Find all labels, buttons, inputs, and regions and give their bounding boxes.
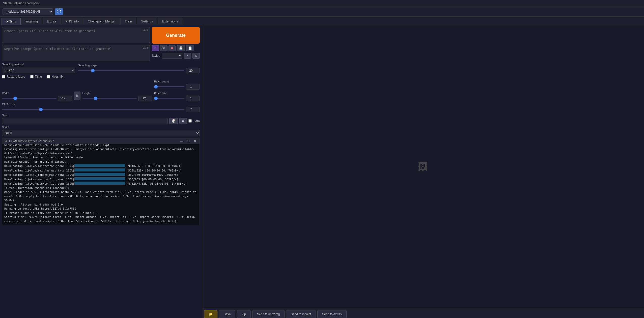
batch-count-input[interactable]: 1	[186, 84, 200, 90]
send-to-extras-button[interactable]: Send to extras	[317, 310, 346, 318]
tab-img2img[interactable]: img2img	[21, 18, 42, 25]
restore-faces-checkbox[interactable]: Restore faces	[2, 75, 25, 78]
model-select[interactable]: model.ckpt [e1441589a6]	[3, 8, 53, 15]
dimensions-batch-row: Width 512 ⇅ Height 512 Batch count	[2, 80, 200, 101]
width-row: 512	[2, 96, 72, 101]
sampling-method-label: Sampling method	[2, 63, 75, 66]
red-x-button[interactable]: ✖	[169, 45, 176, 51]
batch-size-field: Batch size 1	[154, 92, 200, 101]
generate-column: Generate ✓ 🗑 ✖ 💾 📄 Styles × ⚙	[152, 27, 200, 59]
send-to-img2img-button[interactable]: Send to img2img	[252, 310, 285, 318]
send-to-inpaint-button[interactable]: Send to inpaint	[286, 310, 316, 318]
tab-extras[interactable]: Extras	[43, 18, 61, 25]
content-area: 0/75 0/75 Generate ✓ 🗑 ✖ 💾 📄	[0, 25, 644, 318]
height-slider[interactable]	[82, 98, 137, 99]
zip-button[interactable]: Zip	[237, 310, 251, 318]
width-group: Width 512	[2, 92, 72, 101]
script-select[interactable]: None	[2, 130, 200, 136]
sampling-row: Sampling method Euler a Euler LMS Heun D…	[2, 63, 200, 73]
positive-prompt-counter: 0/75	[143, 28, 148, 31]
trash-button[interactable]: 🗑	[160, 45, 167, 51]
sampling-steps-input[interactable]: 20	[186, 68, 200, 73]
terminal-title: C:\Windows\system32\cmd.exe	[9, 139, 92, 143]
prompts-column: 0/75 0/75	[2, 27, 150, 61]
sampling-steps-group: Sampling steps 20	[78, 64, 200, 73]
batch-count-slider[interactable]	[154, 86, 184, 87]
cfg-group: CFG Scale 7	[2, 103, 200, 112]
cfg-input[interactable]: 7	[186, 107, 200, 112]
cfg-label: CFG Scale	[2, 103, 200, 106]
height-input[interactable]: 512	[138, 96, 152, 101]
sampling-method-select[interactable]: Euler a Euler LMS Heun DPM2 DPM++ 2M DDI…	[2, 67, 75, 73]
tab-train[interactable]: Train	[120, 18, 136, 25]
folder-icon: 📁	[209, 312, 213, 316]
terminal-content[interactable]: webui\repositories\CodeFormer...Cloning …	[2, 144, 200, 225]
batch-size-input[interactable]: 1	[186, 96, 200, 101]
batch-group: Batch count 1 Batch size 1	[154, 80, 200, 101]
styles-label: Styles	[152, 54, 160, 57]
terminal-icon: 🖥	[4, 139, 7, 143]
negative-prompt-input[interactable]	[2, 45, 150, 60]
terminal-minimize-button[interactable]: —	[179, 139, 184, 143]
tab-settings[interactable]: Settings	[137, 18, 157, 25]
swap-dimensions-button[interactable]: ⇅	[74, 92, 80, 100]
tab-checkpoint-merger[interactable]: Checkpoint Merger	[83, 18, 120, 25]
negative-prompt-area: 0/75	[2, 45, 150, 61]
paste-button[interactable]: ✓	[152, 45, 159, 51]
negative-prompt-counter: 0/75	[143, 46, 148, 49]
save-button[interactable]: Save	[219, 310, 235, 318]
model-row: model.ckpt [e1441589a6]	[0, 7, 644, 17]
seed-input[interactable]: -1	[2, 118, 168, 124]
save-style-button[interactable]: 💾	[177, 45, 185, 51]
height-label: Height	[82, 92, 152, 95]
cfg-slider[interactable]	[2, 109, 184, 110]
tab-png-info[interactable]: PNG Info	[61, 18, 83, 25]
seed-dice-button[interactable]: 🎲	[169, 118, 178, 124]
copy-button[interactable]: 📄	[186, 45, 194, 51]
refresh-icon	[57, 10, 61, 14]
batch-count-field: Batch count 1	[154, 80, 200, 90]
output-placeholder-icon: 🖼	[418, 161, 428, 172]
script-row: Script None	[2, 126, 200, 136]
open-folder-button[interactable]: 📁	[204, 310, 217, 318]
height-group: Height 512	[82, 92, 152, 101]
hires-fix-checkbox[interactable]: Hires. fix	[47, 75, 63, 78]
checkboxes-row: Restore faces Tiling Hires. fix	[2, 75, 200, 78]
generate-button[interactable]: Generate	[152, 27, 200, 44]
output-image-area: 🖼	[202, 25, 644, 308]
sampling-steps-row: 20	[78, 68, 200, 73]
width-input[interactable]: 512	[58, 96, 72, 101]
seed-recycle-button[interactable]: ♻	[179, 118, 187, 124]
styles-settings-button[interactable]: ⚙	[192, 53, 200, 59]
height-row: 512	[82, 96, 152, 101]
terminal-window: 🖥 C:\Windows\system32\cmd.exe — □ ✕ webu…	[2, 138, 200, 225]
width-slider[interactable]	[2, 98, 57, 99]
main-tabs: txt2img img2img Extras PNG Info Checkpoi…	[0, 17, 644, 25]
right-panel: 🖼 📁 Save Zip Send to img2img Send to inp…	[202, 25, 644, 318]
terminal-titlebar: 🖥 C:\Windows\system32\cmd.exe — □ ✕	[2, 138, 200, 144]
batch-size-slider[interactable]	[154, 98, 184, 99]
title-text: Stable Diffusion checkpoint	[3, 2, 40, 5]
tab-txt2img[interactable]: txt2img	[2, 18, 21, 25]
seed-group: Seed -1 🎲 ♻ Extra	[2, 114, 200, 124]
styles-close-button[interactable]: ×	[184, 53, 191, 59]
batch-size-label: Batch size	[154, 92, 200, 95]
seed-label: Seed	[2, 114, 200, 117]
terminal-maximize-button[interactable]: □	[186, 139, 190, 143]
script-label: Script	[2, 126, 200, 129]
tab-extensions[interactable]: Extensions	[158, 18, 182, 25]
width-label: Width	[2, 92, 72, 95]
sampling-method-group: Sampling method Euler a Euler LMS Heun D…	[2, 63, 75, 73]
sampling-steps-slider[interactable]	[78, 70, 184, 71]
cfg-slider-row: 7	[2, 107, 200, 112]
output-actions-bar: 📁 Save Zip Send to img2img Send to inpai…	[202, 308, 644, 318]
terminal-close-button[interactable]: ✕	[192, 139, 198, 143]
extra-checkbox[interactable]: Extra	[188, 119, 200, 123]
refresh-model-button[interactable]	[55, 8, 63, 15]
sampling-steps-label: Sampling steps	[78, 64, 200, 67]
tiling-checkbox[interactable]: Tiling	[30, 75, 42, 78]
styles-row: Styles × ⚙	[152, 53, 200, 59]
prompt-generate-row: 0/75 0/75 Generate ✓ 🗑 ✖ 💾 📄	[2, 27, 200, 61]
positive-prompt-input[interactable]	[2, 27, 150, 42]
styles-select[interactable]	[162, 53, 182, 59]
